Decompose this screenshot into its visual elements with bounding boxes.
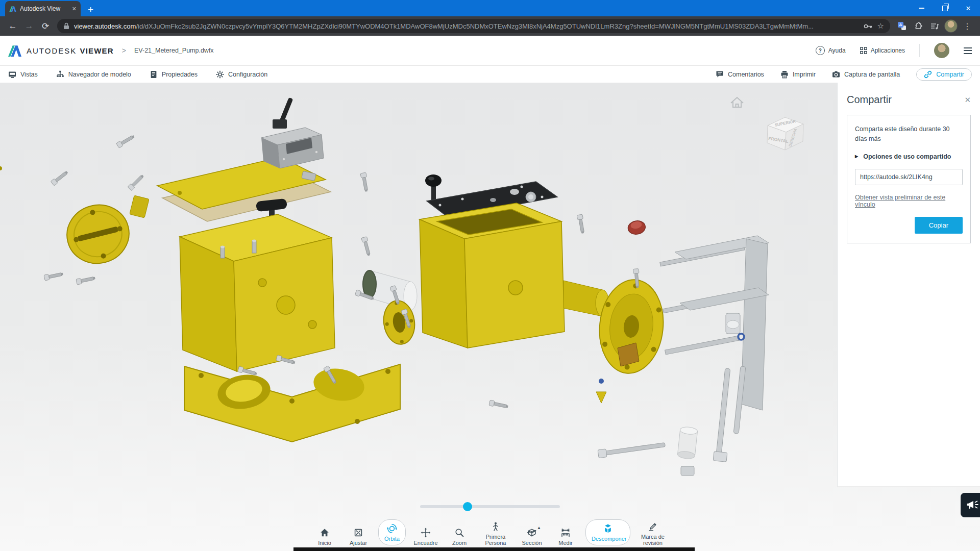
screen: Autodesk View ✕ + ✕ ← → ⟳ viewer.autodes…: [0, 0, 980, 551]
apps-label: Aplicaciones: [871, 47, 905, 54]
app-header: AUTODESK VIEWER > EV-21_Metered_Pump.dwf…: [0, 36, 980, 66]
section-dropdown-icon[interactable]: ▲: [537, 525, 541, 530]
screenshot-camera-icon: [832, 70, 840, 78]
explode-icon: [603, 523, 613, 534]
toolbar-vistas[interactable]: Vistas: [8, 70, 38, 79]
autodesk-viewer-logo[interactable]: AUTODESK VIEWER: [8, 44, 114, 57]
toolbar-captura[interactable]: Captura de pantalla: [832, 70, 900, 78]
app-menu-icon[interactable]: [964, 47, 972, 54]
breadcrumb-separator: >: [122, 46, 126, 55]
autodesk-favicon: [9, 6, 16, 12]
forward-icon[interactable]: →: [21, 18, 37, 34]
dock-label: Órbita: [384, 536, 400, 542]
settings-gear-icon: [216, 70, 224, 79]
dock-label: Primera Persona: [479, 534, 512, 546]
section-icon: [527, 528, 537, 538]
password-key-icon[interactable]: [864, 23, 872, 30]
share-description: Comparta este diseño durante 30 días más: [855, 124, 963, 144]
refresh-icon[interactable]: ⟳: [38, 18, 53, 34]
copy-button[interactable]: Copiar: [915, 217, 963, 234]
toolbar-right: Comentarios Imprimir Captura de pantalla: [716, 68, 972, 81]
window-close-icon[interactable]: ✕: [957, 0, 980, 16]
browser-tab[interactable]: Autodesk View ✕: [5, 1, 81, 16]
first-person-icon: [491, 521, 501, 532]
markup-pencil-icon: [648, 521, 658, 532]
dock-label: Descomponer: [592, 536, 624, 542]
dock-seccion[interactable]: ▲ Sección: [518, 528, 546, 546]
explode-slider-track[interactable]: [420, 505, 560, 508]
browser-avatar[interactable]: [943, 18, 959, 34]
white-cylinder: [677, 426, 698, 459]
explode-slider-thumb[interactable]: [463, 502, 472, 511]
extensions-puzzle-icon[interactable]: [911, 18, 926, 34]
user-avatar[interactable]: [934, 43, 949, 58]
brand-primary: AUTODESK: [27, 46, 77, 55]
file-name: EV-21_Metered_Pump.dwfx: [134, 47, 214, 54]
toolbar-label: Captura de pantalla: [844, 71, 900, 78]
help-icon: ?: [816, 46, 825, 55]
share-link-input[interactable]: [855, 169, 963, 185]
toolbar-compartir[interactable]: Compartir: [916, 68, 972, 81]
explode-slider[interactable]: [420, 502, 560, 511]
dock-inicio[interactable]: Inicio: [311, 528, 338, 546]
autodesk-logo-icon: [8, 44, 21, 57]
dock-ajustar[interactable]: Ajustar: [345, 528, 372, 546]
toolbar-propiedades[interactable]: Propiedades: [150, 70, 198, 79]
viewcube-home-icon[interactable]: [731, 97, 743, 107]
toolbar-comentarios[interactable]: Comentarios: [716, 70, 764, 78]
preview-link[interactable]: Obtener vista preliminar de este vínculo: [855, 194, 963, 208]
dock-primera-persona[interactable]: Primera Persona: [479, 521, 512, 546]
pump-right-assembly: [420, 174, 769, 475]
toolbar-navegador[interactable]: Navegador de modelo: [56, 70, 131, 79]
dock-encuadre[interactable]: Encuadre: [412, 528, 439, 546]
browser-menu-icon[interactable]: ⋮: [960, 18, 975, 34]
tab-close-icon[interactable]: ✕: [72, 6, 77, 12]
3d-canvas[interactable]: SUPERIOR FRONTAL DERECHA: [0, 83, 980, 551]
toolbar-configuracion[interactable]: Configuración: [216, 70, 267, 79]
share-panel: Compartir ✕ Comparta este diseño durante…: [837, 83, 980, 487]
share-panel-close-icon[interactable]: ✕: [964, 95, 971, 105]
window-controls: ✕: [910, 0, 980, 16]
help-button[interactable]: ? Ayuda: [816, 46, 846, 55]
announcements-button[interactable]: [961, 493, 980, 517]
megaphone-icon: [967, 499, 979, 511]
zoom-icon: [454, 528, 464, 538]
dock-medir[interactable]: Medir: [552, 528, 579, 546]
output-flange: [564, 277, 668, 403]
bookmark-star-icon[interactable]: ☆: [877, 21, 884, 31]
translate-icon[interactable]: A: [894, 18, 910, 34]
share-link-icon: [924, 70, 932, 79]
home-icon: [320, 528, 330, 538]
toolbar-imprimir[interactable]: Imprimir: [780, 70, 816, 79]
toolbar-label: Compartir: [936, 71, 964, 78]
share-panel-title: Compartir: [847, 94, 892, 106]
red-cap: [627, 219, 646, 236]
new-tab-icon[interactable]: +: [88, 5, 93, 14]
toolbar-label: Imprimir: [793, 71, 816, 78]
orbit-icon: [387, 523, 397, 534]
share-options-label: Opciones de uso compartido: [863, 153, 951, 160]
fit-view-icon: [353, 528, 363, 538]
dock-marca-de-revision[interactable]: Marca de revisión: [636, 521, 669, 546]
window-minimize-icon[interactable]: [910, 0, 933, 16]
view-cube[interactable]: SUPERIOR FRONTAL DERECHA: [767, 117, 803, 150]
brand-secondary: VIEWER: [80, 46, 113, 55]
dock-orbita[interactable]: Órbita: [378, 519, 406, 546]
share-options-toggle[interactable]: ▶ Opciones de uso compartido: [855, 153, 963, 160]
dock-zoom[interactable]: Zoom: [446, 528, 473, 546]
apps-button[interactable]: Aplicaciones: [860, 47, 905, 54]
properties-icon: [150, 70, 158, 79]
toolbar-label: Comentarios: [728, 71, 764, 78]
toolbar-label: Navegador de modelo: [68, 71, 131, 78]
address-bar[interactable]: viewer.autodesk.com/id/dXJuOmFkc2sub2JqZ…: [57, 19, 890, 33]
model-browser-icon: [56, 70, 64, 79]
media-controls-icon[interactable]: [927, 18, 942, 34]
tab-title: Autodesk View: [20, 5, 68, 12]
dock-descomponer[interactable]: Descomponer: [585, 519, 630, 546]
gasket-plate: [130, 195, 149, 218]
window-restore-icon[interactable]: [933, 0, 957, 16]
pan-icon: [421, 528, 431, 538]
expand-arrow-icon: ▶: [855, 154, 858, 159]
toolbar-label: Configuración: [228, 71, 267, 78]
back-icon[interactable]: ←: [5, 18, 20, 34]
